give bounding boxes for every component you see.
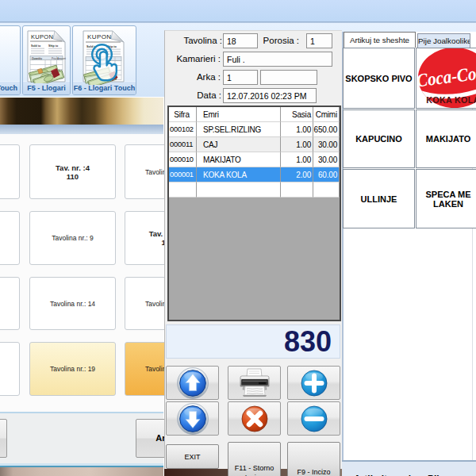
svg-text:KOKA KOLA: KOKA KOLA (426, 95, 476, 105)
svg-text:KUPON: KUPON (31, 33, 53, 40)
svg-text:Amount: Amount (57, 57, 66, 60)
svg-text:KUPON: KUPON (87, 33, 111, 40)
svg-text:Quantity: Quantity (32, 57, 42, 60)
svg-text:Sold to: Sold to (31, 44, 41, 48)
svg-text:Ship to: Ship to (48, 44, 59, 48)
